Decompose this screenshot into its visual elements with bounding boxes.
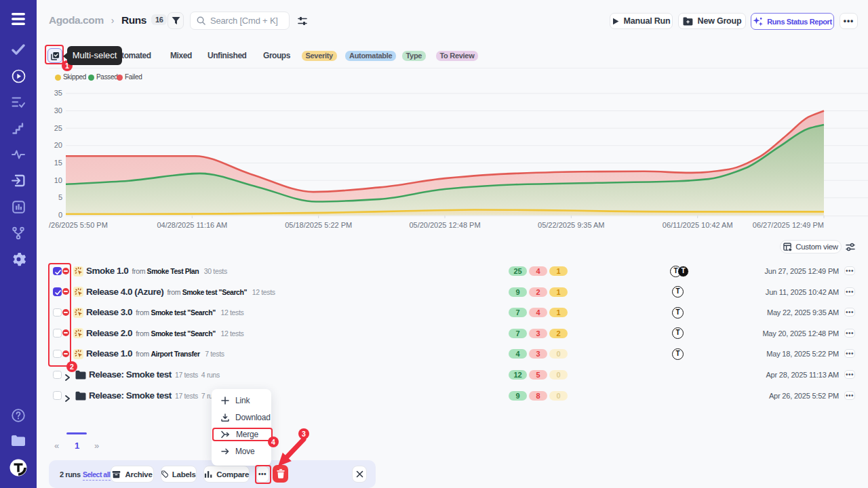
svg-text:05/18/2025 5:22 PM: 05/18/2025 5:22 PM <box>285 221 352 229</box>
svg-text:06/11/2025 10:42 AM: 06/11/2025 10:42 AM <box>663 221 733 229</box>
svg-text:20: 20 <box>54 141 62 149</box>
svg-text:15: 15 <box>54 159 62 167</box>
svg-text:04/28/2025 11:16 AM: 04/28/2025 11:16 AM <box>157 221 227 229</box>
svg-text:30: 30 <box>54 106 62 115</box>
svg-text:/26/2025 5:50 PM: /26/2025 5:50 PM <box>49 221 108 229</box>
svg-text:5: 5 <box>58 193 62 201</box>
svg-text:35: 35 <box>54 89 62 97</box>
svg-text:05/22/2025 9:35 AM: 05/22/2025 9:35 AM <box>538 221 604 229</box>
svg-text:05/20/2025 12:48 PM: 05/20/2025 12:48 PM <box>409 221 480 229</box>
svg-text:10: 10 <box>54 176 62 184</box>
svg-text:06/27/2025 12:49 PM: 06/27/2025 12:49 PM <box>753 221 824 229</box>
svg-text:0: 0 <box>58 211 62 219</box>
svg-text:25: 25 <box>54 124 62 132</box>
